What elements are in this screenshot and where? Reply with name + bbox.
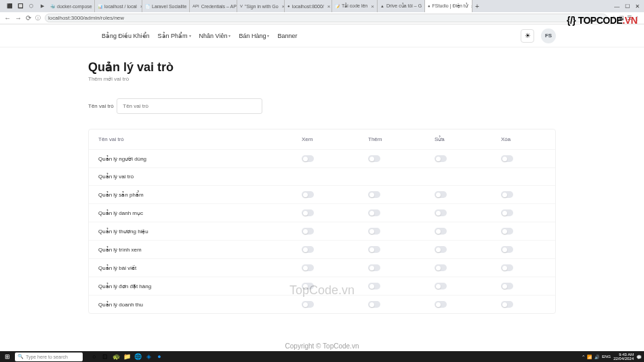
- window-minimize[interactable]: —: [614, 3, 620, 9]
- new-tab-button[interactable]: +: [472, 3, 482, 10]
- window-close[interactable]: ✕: [635, 3, 640, 9]
- browser-tab-12[interactable]: ●FStudio | Điện tử×: [425, 0, 472, 12]
- browser-tab-10[interactable]: 📝Tải code lên×: [332, 0, 378, 12]
- toggle-view[interactable]: [302, 264, 314, 271]
- toggle-view[interactable]: [302, 155, 314, 162]
- perm-row-2: Quản lý sản phẩm: [89, 185, 555, 203]
- browser-tab-strip: ⬛🔲⬡▶🐳docker-compose×📊localhost / local×📄…: [0, 0, 644, 12]
- toggle-edit[interactable]: [435, 246, 447, 253]
- toggle-delete[interactable]: [501, 191, 513, 198]
- task-view[interactable]: ⊡: [100, 352, 110, 361]
- toggle-delete[interactable]: [501, 264, 513, 271]
- taskbar-search[interactable]: 🔍 Type here to search: [15, 353, 83, 361]
- browser-tab-1[interactable]: 🔲: [15, 0, 26, 12]
- browser-tab-7[interactable]: APICredentials – AP×: [190, 0, 237, 12]
- user-avatar[interactable]: FS: [541, 28, 556, 43]
- tray-notifications[interactable]: 💬: [637, 355, 641, 359]
- task-chrome[interactable]: 🌐: [133, 352, 142, 361]
- toggle-edit[interactable]: [435, 264, 447, 271]
- role-name-label: Tên vai trò: [88, 103, 114, 109]
- toggle-add[interactable]: [368, 209, 380, 216]
- col-header-add: Thêm: [368, 136, 435, 142]
- perm-name: Quản lý thương hiệu: [98, 228, 302, 235]
- reload-button[interactable]: ⟳: [26, 14, 31, 22]
- watermark-top: {/} TOPCODE.VN: [567, 15, 637, 26]
- browser-tab-2[interactable]: ⬡: [26, 0, 37, 12]
- theme-toggle[interactable]: ☀: [521, 29, 534, 43]
- perm-name: Quản lý đơn đặt hàng: [98, 283, 302, 289]
- task-cortana[interactable]: ○: [89, 352, 99, 361]
- perm-row-5: Quản lý trình xem: [89, 240, 555, 258]
- toggle-edit[interactable]: [435, 209, 447, 216]
- tray-up[interactable]: ^: [582, 355, 584, 359]
- toggle-view[interactable]: [302, 246, 314, 253]
- toggle-view[interactable]: [302, 228, 314, 235]
- toggle-add[interactable]: [368, 228, 380, 235]
- nav-staff[interactable]: Nhân Viên▾: [199, 33, 231, 39]
- browser-tab-11[interactable]: ▲Drive của tôi – G×: [378, 0, 425, 12]
- browser-tab-9[interactable]: ●localhost:8000/×: [285, 0, 332, 12]
- perm-name: Quản lý vai trò: [98, 174, 302, 180]
- toggle-view[interactable]: [302, 209, 314, 216]
- perm-row-4: Quản lý thương hiệu: [89, 222, 555, 240]
- taskbar: ⊞ 🔍 Type here to search ○ ⊡ 🐢 📁 🌐 ◈ ● ^ …: [0, 351, 644, 362]
- toggle-edit[interactable]: [435, 155, 447, 162]
- perm-name: Quản lý danh mục: [98, 210, 302, 216]
- browser-tab-5[interactable]: 📊localhost / local×: [95, 0, 142, 12]
- toggle-view[interactable]: [302, 301, 314, 308]
- nav-banner[interactable]: Banner: [277, 33, 297, 39]
- task-app1[interactable]: 🐢: [111, 352, 121, 361]
- toggle-delete[interactable]: [501, 155, 513, 162]
- forward-button[interactable]: →: [15, 14, 22, 22]
- browser-tab-3[interactable]: ▶: [37, 0, 47, 12]
- nav-dashboard[interactable]: Bảng Điều Khiển: [102, 33, 150, 39]
- task-explorer[interactable]: 📁: [122, 352, 132, 361]
- toggle-add[interactable]: [368, 155, 380, 162]
- toggle-add[interactable]: [368, 191, 380, 198]
- toggle-add[interactable]: [368, 301, 380, 308]
- search-icon: 🔍: [18, 354, 24, 359]
- info-icon[interactable]: ⓘ: [35, 14, 41, 22]
- chevron-down-icon: ▾: [189, 33, 191, 38]
- task-vscode[interactable]: ◈: [144, 352, 153, 361]
- perm-row-0: Quản lý người dùng: [89, 149, 555, 167]
- perm-row-3: Quản lý danh mục: [89, 203, 555, 222]
- role-name-input[interactable]: [117, 98, 262, 114]
- tray-volume[interactable]: 🔊: [595, 355, 599, 359]
- watermark-bottom: Copyright © TopCode.vn: [285, 342, 359, 350]
- browser-tab-4[interactable]: 🐳docker-compose×: [47, 0, 95, 12]
- back-button[interactable]: ←: [4, 14, 11, 22]
- toggle-delete[interactable]: [501, 209, 513, 216]
- toggle-delete[interactable]: [501, 246, 513, 253]
- window-maximize[interactable]: ☐: [625, 3, 630, 9]
- col-header-edit: Sửa: [435, 136, 501, 142]
- browser-tab-0[interactable]: ⬛: [4, 0, 15, 12]
- toggle-add[interactable]: [368, 283, 380, 289]
- toggle-delete[interactable]: [501, 228, 513, 235]
- nav-sales[interactable]: Bán Hàng▾: [239, 33, 269, 39]
- toggle-delete[interactable]: [501, 283, 513, 289]
- url-input[interactable]: localhost:3000/admin/roles/new: [45, 14, 607, 22]
- perm-name: Quản lý sản phẩm: [98, 192, 302, 198]
- toggle-delete[interactable]: [501, 301, 513, 308]
- toggle-edit[interactable]: [435, 301, 447, 308]
- toggle-add[interactable]: [368, 246, 380, 253]
- toggle-edit[interactable]: [435, 228, 447, 235]
- nav-products[interactable]: Sản Phẩm▾: [158, 33, 191, 39]
- toggle-add[interactable]: [368, 264, 380, 271]
- tray-network[interactable]: 📶: [587, 355, 592, 359]
- perm-name: Quản lý doanh thu: [98, 302, 302, 308]
- tray-clock[interactable]: 9:43 AM 22/04/2024: [613, 353, 634, 361]
- toggle-edit[interactable]: [435, 191, 447, 198]
- toggle-edit[interactable]: [435, 283, 447, 289]
- tray-lang[interactable]: ENG: [602, 355, 611, 359]
- col-header-name: Tên vai trò: [98, 136, 302, 142]
- toggle-view[interactable]: [302, 191, 314, 198]
- browser-tab-6[interactable]: 📄Laravel Socialite×: [142, 0, 190, 12]
- task-app2[interactable]: ●: [155, 352, 164, 361]
- tab-close-icon[interactable]: ×: [327, 3, 331, 9]
- col-header-delete: Xóa: [501, 136, 567, 142]
- tab-close-icon[interactable]: ×: [371, 3, 374, 9]
- start-button[interactable]: ⊞: [3, 352, 12, 361]
- browser-tab-8[interactable]: V"Sign in with Go×: [237, 0, 285, 12]
